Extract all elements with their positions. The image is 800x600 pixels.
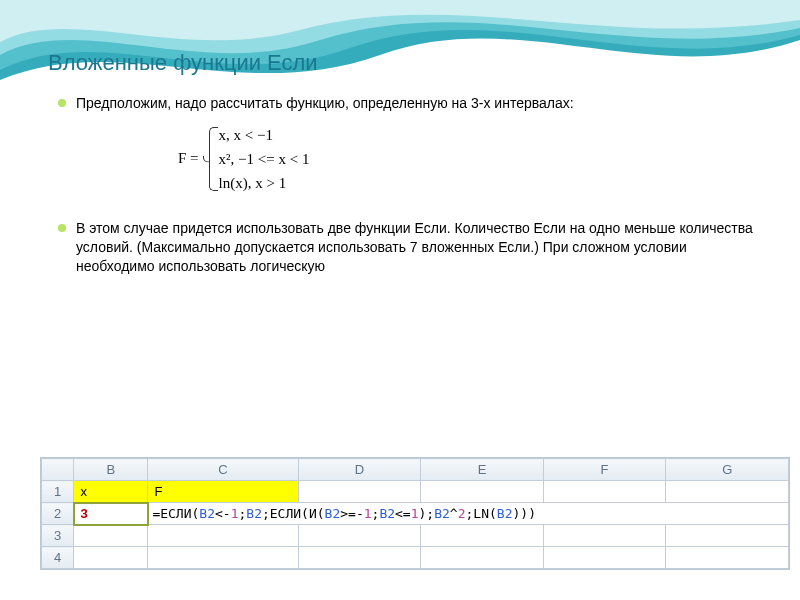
cell-B3[interactable]: [74, 525, 148, 547]
cell-B2[interactable]: 3: [74, 503, 148, 525]
col-header-E[interactable]: E: [421, 459, 544, 481]
formula-case-3: ln(x), x > 1: [219, 171, 310, 195]
cell-G3[interactable]: [666, 525, 789, 547]
col-header-G[interactable]: G: [666, 459, 789, 481]
cell-B1[interactable]: x: [74, 481, 148, 503]
cell-C1[interactable]: F: [148, 481, 298, 503]
bullet-explanation: В этом случае придется использовать две …: [62, 219, 760, 276]
col-header-C[interactable]: C: [148, 459, 298, 481]
cell-C3[interactable]: [148, 525, 298, 547]
row-header-2[interactable]: 2: [42, 503, 74, 525]
cell-C2-formula[interactable]: =ЕСЛИ(B2<-1;B2;ЕСЛИ(И(B2>=-1;B2<=1);B2^2…: [148, 503, 789, 525]
col-header-D[interactable]: D: [298, 459, 421, 481]
row-header-4[interactable]: 4: [42, 547, 74, 569]
cell-G1[interactable]: [666, 481, 789, 503]
cell-F3[interactable]: [543, 525, 666, 547]
cell-F4[interactable]: [543, 547, 666, 569]
formula-lhs: F =: [178, 150, 199, 167]
corner-cell[interactable]: [42, 459, 74, 481]
cell-D4[interactable]: [298, 547, 421, 569]
cell-E3[interactable]: [421, 525, 544, 547]
cell-D1[interactable]: [298, 481, 421, 503]
cell-D3[interactable]: [298, 525, 421, 547]
row-header-3[interactable]: 3: [42, 525, 74, 547]
spreadsheet: B C D E F G 1 x F 2 3 =ЕСЛИ(B2<-1;B2;ЕСЛ…: [40, 457, 790, 570]
cell-F1[interactable]: [543, 481, 666, 503]
bullet-intro: Предположим, надо рассчитать функцию, оп…: [62, 94, 760, 113]
formula-case-2: x², −1 <= x < 1: [219, 147, 310, 171]
slide-title: Вложенные функции Если: [48, 50, 760, 76]
col-header-B[interactable]: B: [74, 459, 148, 481]
cell-B4[interactable]: [74, 547, 148, 569]
cell-G4[interactable]: [666, 547, 789, 569]
cell-E1[interactable]: [421, 481, 544, 503]
cell-E4[interactable]: [421, 547, 544, 569]
piecewise-formula: F = x, x < −1 x², −1 <= x < 1 ln(x), x >…: [178, 123, 760, 195]
formula-case-1: x, x < −1: [219, 123, 310, 147]
row-header-1[interactable]: 1: [42, 481, 74, 503]
col-header-F[interactable]: F: [543, 459, 666, 481]
cell-C4[interactable]: [148, 547, 298, 569]
